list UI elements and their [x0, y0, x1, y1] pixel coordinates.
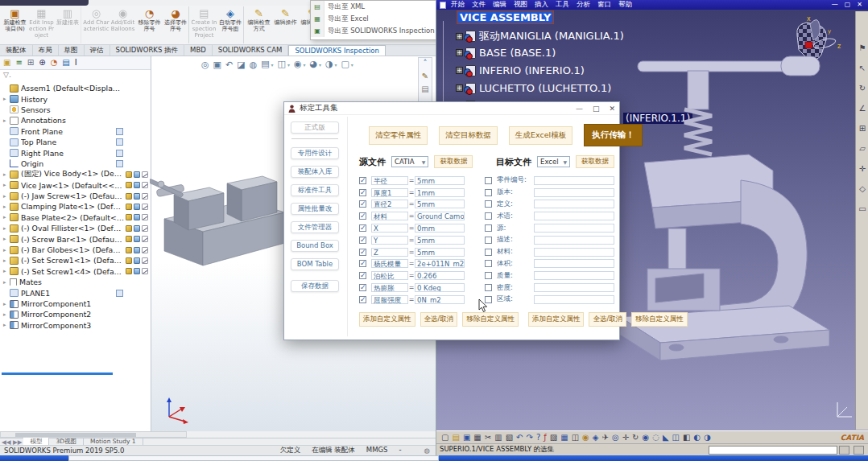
expand-plus-icon[interactable]: + [456, 67, 463, 74]
tree-item[interactable]: ▸ (-) Bar Globes<1> (Default<<De [0, 245, 151, 255]
tree-item[interactable]: ▸ Right Plane [0, 147, 151, 158]
toolbar-icon[interactable]: ▣ [463, 433, 470, 442]
toolbar-icon[interactable]: ◉ [642, 433, 649, 442]
target-field-input[interactable] [534, 188, 614, 197]
sidebar-tool-button[interactable]: 装配体入库 [291, 166, 339, 178]
target-field-input[interactable] [534, 212, 614, 220]
checkbox[interactable] [485, 237, 492, 244]
expand-arrow-icon[interactable]: ▸ [3, 225, 10, 232]
toolbar-icon[interactable]: ƒ [544, 433, 547, 442]
footer-button[interactable]: 移除自定义属性 [462, 312, 519, 327]
tree-item[interactable]: ▸ Vice Jaw<1> (Default<<Default> [0, 180, 151, 191]
target-field-input[interactable] [534, 224, 614, 233]
field-value-box[interactable]: 5mm [415, 176, 465, 185]
checkbox[interactable] [485, 200, 492, 208]
expand-arrow-icon[interactable]: ▸ [3, 236, 10, 242]
view-tool-icon[interactable]: ▤ ▾ [261, 59, 273, 70]
view-tool-icon[interactable]: ◫ ▾ [278, 59, 290, 70]
panel-splitter-bar[interactable] [2, 373, 113, 375]
toolbar-icon[interactable]: ◫ [572, 433, 579, 442]
ribbon-button[interactable]: ▤ Create Inspection Project [191, 6, 217, 43]
panel-tab-icon[interactable]: ≡ [15, 57, 22, 68]
tree-root-item[interactable]: ▸ Assem1 (Default<Display State 1>) [0, 83, 151, 93]
toolbar-icon[interactable]: ↶ [516, 433, 523, 442]
target-field-input[interactable] [534, 236, 614, 245]
tree-item[interactable]: ▸ Base Plate<2> (Default<<Defaul [0, 212, 151, 223]
ribbon-tab[interactable]: 草图 [59, 45, 85, 56]
window-control-button[interactable]: ✕ [857, 1, 862, 9]
toolbar-icon[interactable]: ⊞ [859, 124, 866, 133]
sidebar-tool-button[interactable]: 标准件工具 [291, 184, 339, 196]
ribbon-tab[interactable]: 装配体 [0, 45, 33, 56]
target-fetch-button[interactable]: 获取数据 [576, 155, 614, 168]
expand-arrow-icon[interactable]: ▸ [3, 301, 10, 307]
sidebar-tool-button[interactable]: BOM Table [291, 258, 339, 270]
field-value-box[interactable]: 0mm [415, 224, 465, 233]
tree-item[interactable]: ▸ Clamping Plate<1> (Default<<D [0, 201, 151, 212]
dialog-window-button[interactable]: ✕ [609, 104, 615, 113]
toolbar-icon[interactable]: ▦ [473, 433, 481, 442]
ribbon-button[interactable]: ◉ Add/Edit Balloons [110, 6, 136, 43]
checkbox[interactable] [359, 224, 366, 232]
panel-tab-icon[interactable]: ◔ [51, 57, 58, 68]
tree-item[interactable]: ▸ PLANE1 [0, 287, 151, 298]
menu-bar-item[interactable]: 文件 [472, 0, 486, 10]
tree-item[interactable]: ▸ History [0, 93, 151, 104]
toolbar-icon[interactable]: ✂ [485, 433, 491, 442]
menu-bar-item[interactable]: 开始 [451, 0, 465, 10]
menu-item[interactable]: ▤ 导出至 XML [311, 1, 438, 13]
view-tool-icon[interactable]: ◪ ▾ [237, 60, 245, 70]
toolbar-icon[interactable]: ◎ [612, 433, 619, 442]
toolbar-icon[interactable]: ↻ [632, 433, 639, 442]
toolbar-icon[interactable]: ◫ [672, 433, 680, 442]
tree-item[interactable]: ▸ (-) Jaw Screw<1> (Default<<Def [0, 191, 151, 201]
sidebar-tool-button[interactable]: Bound Box [291, 240, 339, 252]
dialog-title-bar[interactable]: 标定工具集 — □ ✕ [284, 102, 619, 115]
design-library-icon[interactable]: ✎ [422, 72, 428, 80]
catia-tree-item[interactable]: + 驱动MANIGLIA (MANIGLIA.1) [456, 29, 624, 43]
expand-plus-icon[interactable]: + [456, 33, 463, 40]
menu-item[interactable]: ▦ 导出至 Excel [311, 13, 438, 25]
tree-item[interactable]: ▸ MirrorComponent2 [0, 309, 151, 319]
target-field-input[interactable] [534, 271, 614, 280]
tree-item[interactable]: ▸ Sensors [0, 105, 151, 115]
ribbon-button[interactable]: ✎ 编辑操作 [272, 6, 299, 43]
expand-arrow-icon[interactable]: ▸ [3, 117, 10, 124]
ribbon-tab[interactable]: SOLIDWORKS CAM [213, 45, 289, 56]
menu-item[interactable]: ▣ 导出至 SOLIDWORKS Inspection 项目 [311, 25, 438, 37]
expand-plus-icon[interactable]: + [456, 84, 463, 92]
checkbox[interactable] [359, 249, 366, 256]
ribbon-tab[interactable]: SOLIDWORKS Inspection [288, 45, 385, 56]
checkbox[interactable] [359, 212, 366, 220]
field-name-box[interactable]: 厚度1 [371, 188, 408, 197]
toolbar-icon[interactable]: ◑ [704, 433, 711, 442]
view-tool-icon[interactable]: ◕ ▾ [309, 59, 321, 70]
action-button[interactable]: 生成Excel模板 [509, 126, 572, 145]
sidebar-tool-button[interactable]: 专用件设计 [291, 147, 339, 159]
toolbar-icon[interactable]: ▱ [859, 144, 866, 153]
panel-tab-icon[interactable]: ▤ [62, 57, 69, 68]
ribbon-button[interactable]: ◔ 移除零件序号 [136, 6, 163, 43]
tree-item[interactable]: ▸ Origin [0, 158, 151, 169]
toolbar-icon[interactable]: ◈ [593, 433, 599, 442]
ribbon-tab[interactable]: MBD [184, 45, 213, 56]
toolbar-icon[interactable]: ⚑ [859, 43, 866, 52]
field-name-box[interactable]: 热膨胀 [371, 283, 408, 292]
target-field-input[interactable] [534, 200, 614, 208]
expand-arrow-icon[interactable]: ▸ [3, 193, 10, 200]
menu-bar-item[interactable]: 视图 [514, 0, 527, 10]
toolbar-icon[interactable]: ◉ [582, 433, 589, 442]
field-value-box[interactable]: Ground Camout [415, 212, 465, 220]
action-button[interactable]: 清空目标数据 [439, 126, 498, 145]
field-value-box[interactable]: 5mm [415, 236, 465, 245]
footer-button[interactable]: 添加自定义属性 [359, 312, 415, 327]
checkbox[interactable] [359, 177, 366, 184]
expand-arrow-icon[interactable]: ▸ [3, 247, 10, 253]
tree-item[interactable]: ▸ MirrorComponent1 [0, 298, 151, 309]
source-format-select[interactable]: CATIA▼ [391, 156, 428, 167]
toolbar-icon[interactable]: ∠ [859, 104, 866, 113]
field-value-box[interactable]: 0.266 [415, 271, 465, 280]
field-value-box[interactable]: 0N_m2 [415, 295, 465, 304]
field-name-box[interactable]: X [371, 224, 408, 233]
field-value-box[interactable]: 5mm [415, 200, 465, 208]
